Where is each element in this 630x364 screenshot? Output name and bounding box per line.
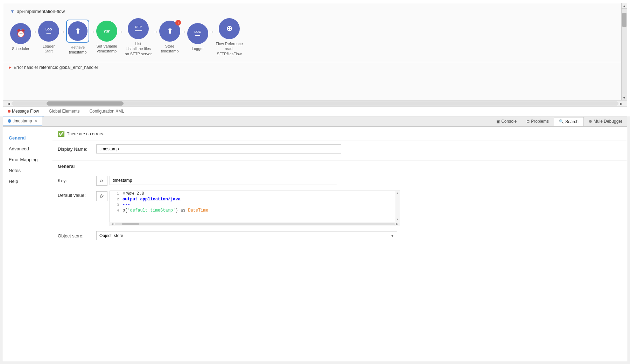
bottom-tab-search[interactable]: 🔍 Search — [554, 117, 584, 126]
logger-start-label-main: Logger — [43, 44, 55, 49]
key-input[interactable] — [110, 176, 337, 185]
code-text-1: ≡%dw 2.0 — [122, 191, 144, 196]
bottom-tab-problems-label: Problems — [531, 119, 549, 124]
arrow-1: → — [32, 29, 37, 45]
object-store-select[interactable]: Object_store ▼ — [96, 231, 397, 240]
vscroll-down-btn[interactable]: ▼ — [622, 95, 627, 100]
arrow-6: → — [181, 29, 187, 45]
code-editor[interactable]: 1 ≡%dw 2.0 2 output application/java — [110, 191, 400, 222]
content-area: ✅ There are no errors. Display Name: Gen… — [52, 127, 627, 361]
code-vscroll[interactable]: ▲ ▼ — [395, 191, 400, 222]
logger-start-circle: LOG▬▬ — [38, 21, 59, 42]
arrow-4: → — [118, 29, 124, 45]
list-label: List List all the files on SFTP server — [124, 41, 152, 56]
code-hscroll-thumb[interactable] — [122, 223, 139, 225]
code-vscroll-down[interactable]: ▼ — [395, 217, 400, 222]
sidebar-general-label: General — [9, 135, 26, 141]
no-errors-banner: ✅ There are no errors. — [52, 127, 627, 141]
display-name-input[interactable] — [96, 144, 341, 154]
scheduler-label: Scheduler — [12, 46, 29, 51]
logger-start-label-sub: Start — [43, 49, 55, 53]
code-hscroll-bar[interactable]: ◀ ▶ — [110, 222, 400, 226]
set-variable-icon: var — [104, 28, 110, 34]
flow-canvas-container: ▼ api-implementation-flow ⏰ Scheduler — [0, 3, 630, 107]
bottom-tab-problems[interactable]: ⊡ Problems — [522, 117, 554, 126]
flow-title-text: api-implementation-flow — [17, 9, 65, 14]
node-flow-reference[interactable]: ⊕ Flow Reference read-SFTPfilesFlow — [215, 18, 243, 56]
store-circle: ⬆ ! — [159, 21, 180, 42]
set-variable-label-sub: vtimestamp — [96, 49, 117, 53]
bottom-tab-mule-debugger[interactable]: ⚙ Mule Debugger — [584, 117, 627, 126]
node-set-variable[interactable]: var Set Variable vtimestamp — [96, 21, 117, 54]
key-fx-button[interactable]: fx — [96, 176, 107, 186]
vscroll-thumb[interactable] — [622, 13, 626, 27]
hscroll-thumb[interactable] — [47, 101, 124, 106]
flow-nodes: ⏰ Scheduler → LOG▬▬ — [10, 18, 620, 56]
node-store[interactable]: ⬆ ! Store timestamp — [159, 21, 180, 54]
node-logger-start[interactable]: LOG▬▬ Logger Start — [38, 21, 59, 54]
vscroll-up-btn[interactable]: ▲ — [622, 3, 627, 9]
sidebar-item-general[interactable]: General — [3, 133, 52, 143]
key-row: Key: fx — [58, 176, 621, 186]
flow-canvas-inner: ▼ api-implementation-flow ⏰ Scheduler — [3, 3, 627, 62]
editor-and-bottom-tabs: timestamp ✕ ▣ Console ⊡ Problems 🔍 Searc… — [3, 116, 627, 127]
sidebar-item-advanced[interactable]: Advanced — [3, 143, 52, 154]
bottom-tab-console[interactable]: ▣ Console — [491, 117, 522, 126]
list-label-sub: List all the files on SFTP server — [124, 46, 152, 56]
no-errors-text: There are no errors. — [67, 131, 104, 136]
arrow-2: → — [60, 29, 65, 45]
line-num-2: 2 — [112, 197, 119, 201]
node-retrieve[interactable]: ⬆ Retrieve timestamp — [66, 20, 89, 55]
tab-message-flow-label: Message Flow — [12, 109, 39, 114]
code-appjava-keyword: application/java — [140, 197, 180, 202]
tab-message-flow[interactable]: Message Flow — [3, 107, 44, 116]
top-panel: ▼ api-implementation-flow ⏰ Scheduler — [0, 0, 630, 116]
node-logger-end[interactable]: LOG▬▬ Logger — [187, 23, 208, 51]
store-icon: ⬆ — [167, 27, 173, 35]
code-line-4: 4 p('default.timeStamp') as DateTime — [110, 208, 400, 213]
line-num-4: 4 — [112, 208, 119, 213]
logger-end-label-main: Logger — [192, 46, 204, 51]
tab-configuration-xml[interactable]: Configuration XML — [84, 107, 129, 116]
default-value-fx-button[interactable]: fx — [96, 191, 107, 201]
tab-global-elements-label: Global Elements — [49, 109, 79, 114]
vscroll-track — [622, 9, 627, 100]
tab-global-elements[interactable]: Global Elements — [44, 107, 84, 116]
retrieve-label: Retrieve timestamp — [69, 45, 87, 55]
flow-ref-icon: ⊕ — [226, 24, 232, 33]
default-value-row: Default value: fx 1 ≡%dw 2.0 2 — [58, 191, 621, 226]
general-form-section: Key: fx Default value: fx 1 ≡%dw 2.0 — [52, 172, 627, 249]
retrieve-circle: ⬆ — [68, 21, 88, 41]
flow-canvas: ▼ api-implementation-flow ⏰ Scheduler — [3, 3, 627, 101]
select-arrow-icon: ▼ — [391, 234, 394, 238]
code-line-2: 2 output application/java — [110, 197, 400, 202]
display-name-row: Display Name: — [58, 144, 621, 154]
editor-tab-timestamp[interactable]: timestamp ✕ — [3, 116, 42, 126]
editor-tabs-bar: timestamp ✕ — [3, 116, 42, 126]
code-hscroll-right[interactable]: ▶ — [396, 222, 398, 226]
code-line-3: 3 --- — [110, 202, 400, 208]
store-label: Store timestamp — [161, 44, 179, 54]
bottom-panel-tabs: ▣ Console ⊡ Problems 🔍 Search ⚙ Mule Deb… — [491, 117, 627, 126]
sidebar-item-error-mapping[interactable]: Error Mapping — [3, 154, 52, 165]
sidebar-error-mapping-label: Error Mapping — [9, 157, 37, 162]
code-vscroll-up[interactable]: ▲ — [395, 191, 400, 195]
sidebar-item-notes[interactable]: Notes — [3, 165, 52, 176]
node-scheduler[interactable]: ⏰ Scheduler — [10, 23, 31, 51]
canvas-vscroll[interactable]: ▲ ▼ — [621, 3, 627, 100]
editor-tab-close[interactable]: ✕ — [35, 119, 37, 123]
hscroll-right-btn[interactable]: ▶ — [618, 102, 624, 106]
flow-ref-label: Flow Reference read-SFTPfilesFlow — [215, 41, 243, 56]
timestamp-tab-dot — [8, 119, 11, 123]
object-store-value: Object_store — [99, 233, 123, 238]
code-hscroll-left[interactable]: ◀ — [111, 222, 113, 226]
key-label: Key: — [58, 176, 96, 183]
problems-icon: ⊡ — [526, 119, 530, 124]
line1-prefix: ≡ — [122, 191, 125, 196]
hscroll-area[interactable]: ◀ ▶ — [3, 101, 627, 107]
bottom-tab-console-label: Console — [501, 119, 517, 124]
node-list[interactable]: SFTP▬▬▬ List List all the files on SFTP … — [124, 18, 152, 56]
search-icon: 🔍 — [559, 119, 564, 124]
hscroll-left-btn[interactable]: ◀ — [6, 102, 12, 106]
sidebar-item-help[interactable]: Help — [3, 176, 52, 187]
